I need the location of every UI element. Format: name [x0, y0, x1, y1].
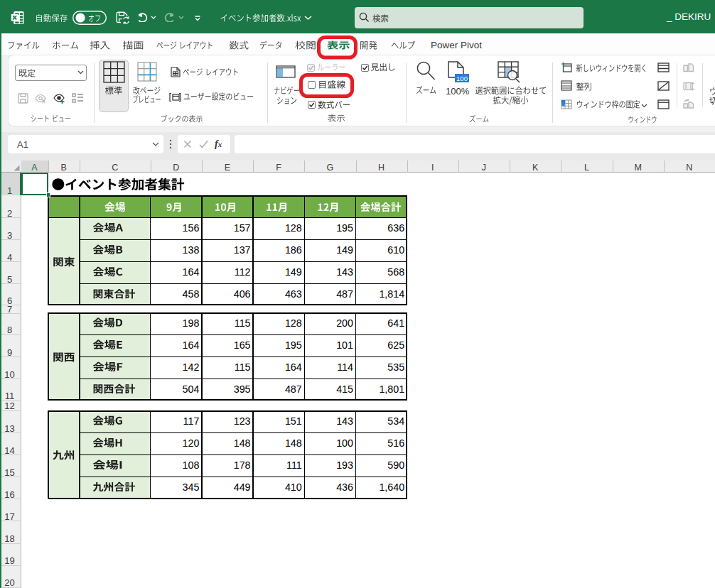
svg-text:100: 100 [456, 75, 468, 82]
